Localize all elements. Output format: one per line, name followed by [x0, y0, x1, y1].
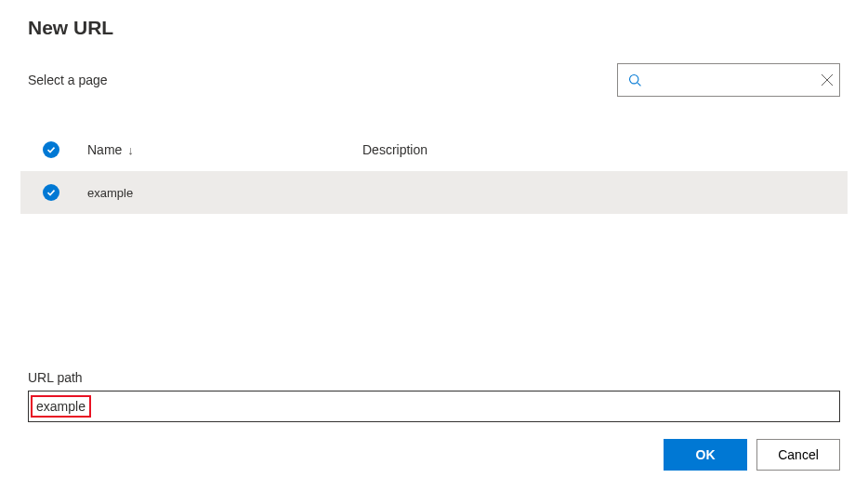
url-path-section: URL path example: [28, 370, 840, 422]
column-description-label: Description: [362, 142, 427, 157]
select-all-checkbox[interactable]: [43, 141, 87, 158]
svg-point-0: [630, 74, 638, 83]
url-path-value: example: [31, 395, 91, 418]
page-table: Name ↓ Description example: [20, 128, 848, 214]
url-path-input[interactable]: example: [28, 391, 840, 422]
row-checkbox[interactable]: [43, 184, 87, 201]
search-icon: [627, 73, 643, 88]
sort-descending-icon: ↓: [127, 144, 134, 156]
select-page-row: Select a page: [28, 63, 840, 97]
check-circle-icon: [43, 184, 59, 201]
column-name-label: Name: [87, 142, 122, 157]
close-icon: [821, 73, 834, 86]
column-header-name[interactable]: Name ↓: [87, 142, 362, 157]
check-circle-icon: [43, 141, 59, 158]
column-header-description[interactable]: Description: [362, 142, 825, 157]
search-box[interactable]: [617, 63, 840, 97]
table-header-row: Name ↓ Description: [20, 128, 848, 171]
dialog-footer: OK Cancel: [664, 439, 840, 471]
dialog-title: New URL: [28, 17, 840, 39]
ok-button[interactable]: OK: [664, 439, 747, 471]
clear-search-button[interactable]: [821, 73, 834, 86]
svg-line-1: [638, 83, 640, 86]
table-row[interactable]: example: [20, 171, 848, 214]
url-path-label: URL path: [28, 370, 840, 385]
cancel-button[interactable]: Cancel: [756, 439, 840, 471]
search-input[interactable]: [651, 73, 813, 87]
select-page-label: Select a page: [28, 73, 108, 87]
row-name-cell: example: [87, 186, 362, 200]
